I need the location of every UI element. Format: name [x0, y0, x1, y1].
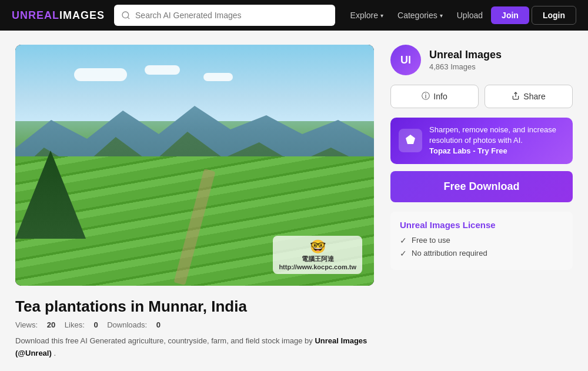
cloud2	[145, 65, 180, 75]
author-info: Unreal Images 4,863 Images	[429, 49, 502, 71]
topaz-banner[interactable]: Sharpen, remove noise, and increase reso…	[390, 118, 573, 164]
logo[interactable]: UNREAL IMAGES	[12, 9, 105, 22]
license-item-2: ✓ No attribution required	[400, 249, 563, 258]
main-image: 🤓 電腦王阿達 http://www.kocpc.com.tw	[15, 45, 374, 286]
likes-stat: Likes: 0	[65, 320, 100, 329]
nav-explore[interactable]: Explore ▾	[345, 7, 389, 24]
downloads-stat: Downloads: 0	[107, 320, 161, 329]
watermark-brand: 電腦王阿達	[302, 255, 334, 262]
navbar: UNREAL IMAGES Explore ▾ Categories ▾ Upl…	[0, 0, 588, 31]
bottom-info: Tea plantations in Munnar, India Views: …	[15, 298, 374, 360]
author-count: 4,863 Images	[429, 62, 502, 71]
watermark: 🤓 電腦王阿達 http://www.kocpc.com.tw	[273, 236, 362, 274]
search-input[interactable]	[135, 11, 328, 20]
license-item-1: ✓ Free to use	[400, 236, 563, 245]
license-title: Unreal Images License	[400, 220, 563, 230]
cloud3	[203, 73, 233, 81]
logo-images: IMAGES	[59, 9, 105, 22]
info-button[interactable]: ⓘ Info	[390, 85, 479, 108]
topaz-text: Sharpen, remove noise, and increase reso…	[429, 125, 564, 157]
avatar: UI	[390, 45, 421, 75]
search-icon	[121, 11, 131, 20]
nav-links: Explore ▾ Categories ▾ Upload Join Login	[345, 6, 576, 25]
image-area: 🤓 電腦王阿達 http://www.kocpc.com.tw	[15, 45, 374, 286]
clouds-layer	[39, 62, 374, 98]
image-meta: Views: 20 Likes: 0 Downloads: 0	[15, 320, 374, 329]
watermark-url: http://www.kocpc.com.tw	[279, 263, 356, 270]
logo-unreal: UNREAL	[12, 9, 59, 22]
cloud1	[74, 68, 127, 81]
content-grid: 🤓 電腦王阿達 http://www.kocpc.com.tw Tea plan…	[15, 45, 573, 360]
topaz-icon	[399, 129, 422, 152]
join-button[interactable]: Join	[491, 6, 529, 24]
svg-point-0	[122, 12, 129, 18]
license-box: Unreal Images License ✓ Free to use ✓ No…	[390, 212, 573, 270]
author-name: Unreal Images	[429, 49, 502, 61]
share-icon	[512, 92, 520, 102]
left-column: 🤓 電腦王阿達 http://www.kocpc.com.tw Tea plan…	[15, 45, 374, 360]
share-button[interactable]: Share	[485, 85, 573, 108]
nav-categories[interactable]: Categories ▾	[392, 7, 449, 24]
free-download-button[interactable]: Free Download	[390, 171, 573, 202]
svg-marker-2	[406, 135, 415, 144]
image-title: Tea plantations in Munnar, India	[15, 298, 374, 316]
author-section: UI Unreal Images 4,863 Images	[390, 45, 573, 75]
author-handle-link[interactable]: (@Unreal)	[15, 349, 54, 357]
main-content: 🤓 電腦王阿達 http://www.kocpc.com.tw Tea plan…	[6, 31, 582, 371]
explore-chevron-icon: ▾	[380, 12, 383, 19]
check-icon-2: ✓	[400, 249, 407, 258]
check-icon-1: ✓	[400, 236, 407, 245]
info-icon: ⓘ	[422, 91, 430, 102]
views-stat: Views: 20	[15, 320, 58, 329]
watermark-emoji: 🤓	[279, 239, 356, 255]
nav-upload[interactable]: Upload	[451, 7, 489, 24]
action-buttons: ⓘ Info Share	[390, 85, 573, 108]
categories-chevron-icon: ▾	[440, 12, 443, 19]
search-wrapper	[114, 5, 335, 26]
login-button[interactable]: Login	[532, 6, 576, 25]
sidebar: UI Unreal Images 4,863 Images ⓘ Info	[390, 45, 573, 270]
image-description: Download this free AI Generated agricult…	[15, 335, 374, 360]
author-link[interactable]: Unreal Images	[315, 336, 367, 345]
